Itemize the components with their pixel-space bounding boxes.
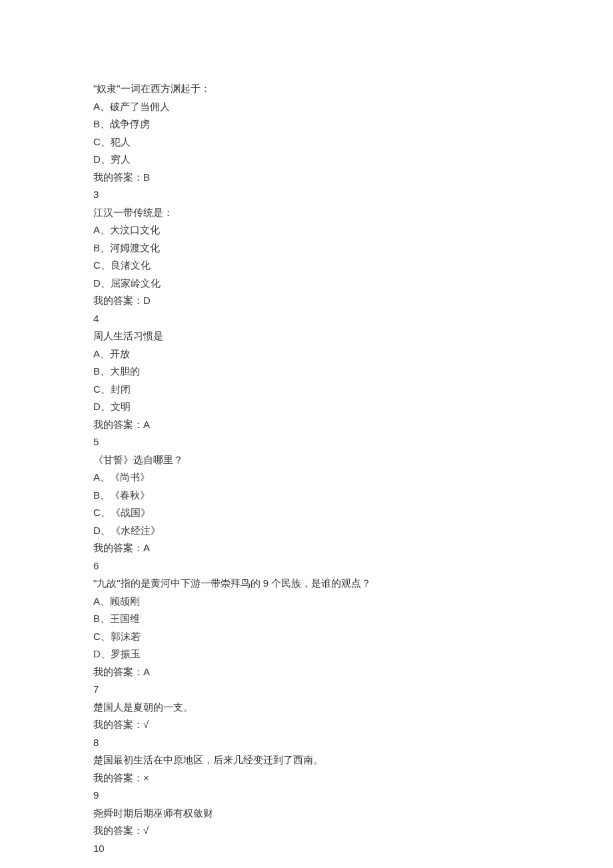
question-option: A、顾颉刚 (93, 593, 520, 611)
question-option: B、河姆渡文化 (93, 239, 520, 257)
my-answer: 我的答案：A (93, 416, 520, 434)
question-option: B、大胆的 (93, 363, 520, 381)
question-option: C、郭沫若 (93, 628, 520, 646)
question-option: B、《春秋》 (93, 487, 520, 505)
my-answer: 我的答案：√ (93, 716, 520, 734)
question-number: 3 (93, 186, 520, 204)
question-stem: 楚国人是夏朝的一支。 (93, 699, 520, 717)
my-answer: 我的答案：A (93, 663, 520, 681)
question-option: D、穷人 (93, 151, 520, 169)
question-stem: "九故"指的是黄河中下游一带崇拜鸟的 9 个民族，是谁的观点？ (93, 575, 520, 593)
question-stem: 楚国最初生活在中原地区，后来几经变迁到了西南。 (93, 751, 520, 769)
question-option: C、封闭 (93, 381, 520, 399)
my-answer: 我的答案：A (93, 539, 520, 557)
document-page: "奴隶"一词在西方渊起于： A、破产了当佣人 B、战争俘虏 C、犯人 D、穷人 … (0, 0, 613, 868)
question-number: 9 (93, 787, 520, 805)
question-option: B、王国维 (93, 610, 520, 628)
question-option: A、大汶口文化 (93, 221, 520, 239)
question-option: D、《水经注》 (93, 522, 520, 540)
question-option: C、良渚文化 (93, 257, 520, 275)
question-stem: "奴隶"一词在西方渊起于： (93, 80, 520, 98)
question-option: A、破产了当佣人 (93, 98, 520, 116)
question-option: B、战争俘虏 (93, 115, 520, 133)
question-option: D、文明 (93, 398, 520, 416)
question-stem: 江汉一带传统是： (93, 204, 520, 222)
question-number: 6 (93, 557, 520, 575)
my-answer: 我的答案：D (93, 292, 520, 310)
my-answer: 我的答案：× (93, 769, 520, 787)
question-number: 10 (93, 840, 520, 858)
question-stem: 周人生活习惯是 (93, 327, 520, 345)
question-option: A、开放 (93, 345, 520, 363)
question-number: 4 (93, 310, 520, 328)
question-option: C、犯人 (93, 133, 520, 151)
my-answer: 我的答案：B (93, 169, 520, 187)
question-stem: 《甘誓》选自哪里？ (93, 451, 520, 469)
question-stem: 尧舜时期后期巫师有权敛财 (93, 805, 520, 823)
my-answer: 我的答案：√ (93, 822, 520, 840)
question-number: 7 (93, 681, 520, 699)
question-option: D、罗振玉 (93, 645, 520, 663)
question-option: D、屈家岭文化 (93, 275, 520, 293)
question-number: 8 (93, 734, 520, 752)
question-option: C、《战国》 (93, 504, 520, 522)
question-option: A、《尚书》 (93, 469, 520, 487)
question-number: 5 (93, 433, 520, 451)
